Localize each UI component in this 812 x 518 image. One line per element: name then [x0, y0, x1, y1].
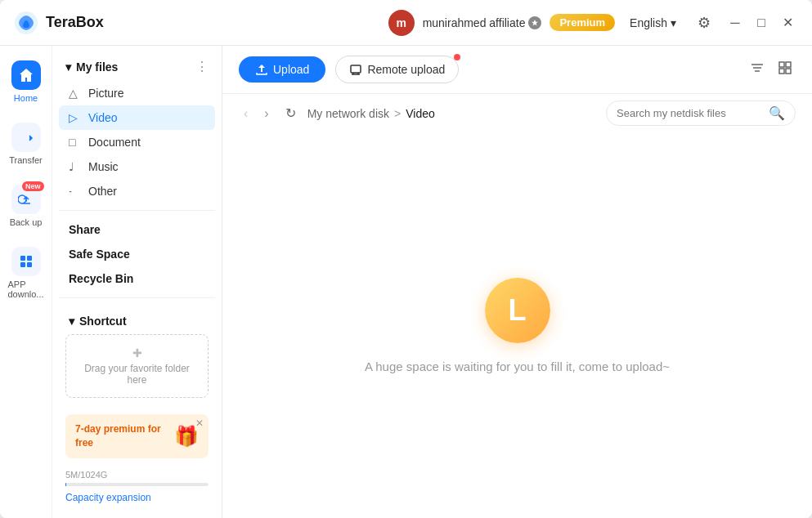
main-layout: Home Transfer New Back up: [0, 46, 812, 518]
video-icon: ▷: [69, 111, 82, 124]
shortcut-header: ▾ Shortcut: [65, 311, 209, 334]
svg-rect-12: [786, 69, 791, 74]
sidebar-item-transfer[interactable]: Transfer: [3, 114, 49, 173]
app-title: TeraBox: [46, 14, 104, 31]
svg-rect-9: [779, 62, 784, 67]
transfer-icon: [11, 123, 41, 152]
file-tree: ▾ My files ⋮ △ Picture ▷ Video □ Documen…: [52, 46, 222, 518]
svg-rect-10: [786, 62, 791, 67]
promo-card: 7-day premium for free 🎁 ✕: [65, 414, 209, 458]
tree-more-button[interactable]: ⋮: [195, 59, 209, 74]
upload-icon: [255, 63, 268, 76]
view-toggle-button[interactable]: [774, 57, 796, 83]
search-input[interactable]: [617, 107, 764, 119]
sidebar-item-home[interactable]: Home: [3, 52, 49, 111]
breadcrumb-root[interactable]: My network disk: [307, 107, 389, 120]
picture-icon: △: [69, 87, 82, 100]
toolbar: Upload Remote upload: [222, 46, 812, 94]
shortcut-area: ▾ Shortcut ✚ Drag your favorite folder h…: [59, 305, 215, 404]
username-label: munirahmed affiliate: [423, 16, 542, 29]
remote-upload-button[interactable]: Remote upload: [335, 56, 459, 83]
svg-rect-11: [779, 69, 784, 74]
content-area: Upload Remote upload: [222, 46, 812, 518]
svg-rect-3: [20, 262, 25, 267]
refresh-button[interactable]: ↻: [280, 102, 301, 124]
storage-area: 7-day premium for free 🎁 ✕ 5M/1024G Capa…: [65, 414, 209, 507]
divider-1: [59, 210, 215, 211]
breadcrumb-current: Video: [406, 107, 435, 120]
app-download-icon: [11, 247, 41, 276]
document-icon: □: [69, 136, 82, 149]
tree-item-recycle-bin[interactable]: Recycle Bin: [59, 266, 215, 291]
capacity-expansion-link[interactable]: Capacity expansion: [65, 492, 151, 503]
promo-close-button[interactable]: ✕: [195, 418, 204, 429]
tree-item-share[interactable]: Share: [59, 217, 215, 242]
app-window: TeraBox m munirahmed affiliate Premium E…: [0, 0, 812, 518]
nav-forward-button[interactable]: ›: [259, 103, 273, 124]
empty-message: A huge space is waiting for you to fill …: [365, 359, 670, 373]
filter-button[interactable]: [747, 57, 768, 83]
my-files-header: ▾ My files ⋮: [59, 56, 215, 78]
window-controls: ─ □ ✕: [724, 11, 799, 34]
premium-button[interactable]: Premium: [550, 14, 615, 31]
search-area: 🔍: [606, 100, 796, 126]
language-selector[interactable]: English ▾: [623, 13, 683, 33]
breadcrumb-bar: ‹ › ↻ My network disk > Video 🔍: [222, 94, 812, 132]
sidebar-item-app-download[interactable]: APP downlo...: [3, 239, 49, 307]
svg-rect-5: [351, 65, 361, 73]
storage-bar-container: 5M/1024G Capacity expansion: [65, 467, 209, 507]
svg-rect-4: [27, 262, 32, 267]
empty-icon: L: [485, 278, 550, 343]
svg-rect-2: [27, 256, 32, 261]
minimize-button[interactable]: ─: [724, 11, 747, 34]
new-badge: New: [22, 181, 44, 191]
sidebar-item-backup[interactable]: New Back up: [3, 176, 49, 235]
search-button[interactable]: 🔍: [769, 105, 785, 121]
avatar: m: [388, 10, 415, 36]
svg-rect-1: [20, 256, 25, 261]
other-icon: ···: [69, 187, 82, 196]
storage-fill: [65, 483, 66, 486]
maximize-button[interactable]: □: [750, 11, 773, 34]
settings-button[interactable]: ⚙: [691, 10, 717, 36]
empty-state: L A huge space is waiting for you to fil…: [222, 132, 812, 518]
tree-item-music[interactable]: ♩ Music: [59, 154, 215, 179]
affiliate-icon: [528, 16, 541, 29]
title-bar: TeraBox m munirahmed affiliate Premium E…: [0, 0, 812, 46]
tree-item-other[interactable]: ··· Other: [59, 179, 215, 203]
upload-button[interactable]: Upload: [239, 56, 325, 83]
user-area: m munirahmed affiliate Premium English ▾…: [388, 10, 717, 36]
tree-item-video[interactable]: ▷ Video: [59, 105, 215, 130]
music-icon: ♩: [69, 160, 82, 173]
drag-icon: ✚: [132, 346, 142, 359]
breadcrumb: My network disk > Video: [307, 107, 599, 120]
terabox-logo-icon: [13, 10, 39, 36]
toolbar-icons: [747, 57, 796, 83]
tree-item-picture[interactable]: △ Picture: [59, 81, 215, 105]
logo-area: TeraBox: [13, 10, 388, 36]
drag-drop-zone[interactable]: ✚ Drag your favorite folder here: [65, 334, 209, 398]
storage-bar: [65, 483, 209, 486]
nav-back-button[interactable]: ‹: [239, 103, 253, 124]
divider-2: [59, 297, 215, 298]
my-files-title: ▾ My files: [65, 60, 118, 74]
close-button[interactable]: ✕: [776, 11, 799, 34]
sidebar-icons: Home Transfer New Back up: [0, 46, 52, 518]
remote-upload-icon: [349, 63, 362, 76]
remote-dot: [454, 54, 460, 60]
home-icon: [11, 60, 41, 90]
tree-item-safe-space[interactable]: Safe Space: [59, 242, 215, 266]
tree-item-document[interactable]: □ Document: [59, 130, 215, 154]
